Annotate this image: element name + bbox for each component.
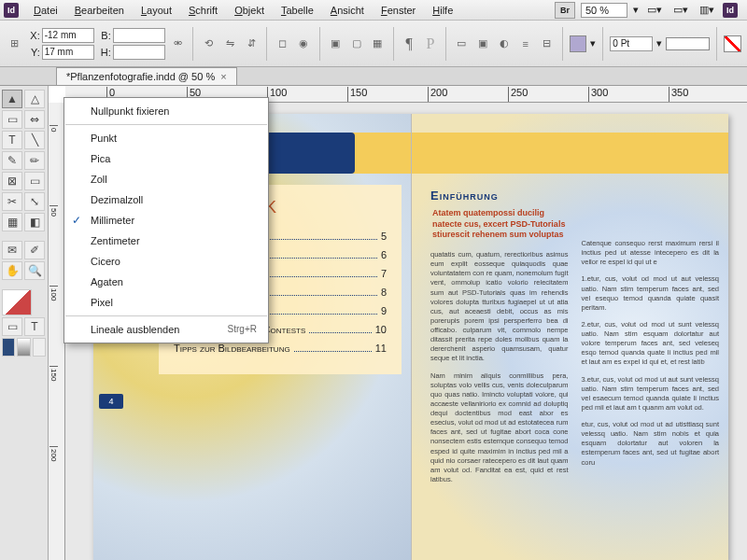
context-menu-item[interactable]: Zentimeter — [64, 231, 268, 251]
context-menu-item[interactable]: Lineale ausblendenStrg+R — [64, 319, 268, 340]
context-menu-item[interactable]: ✓Millimeter — [64, 210, 268, 231]
select-container-icon[interactable]: ◻ — [274, 35, 291, 53]
menu-bearbeiten[interactable]: Bearbeiten — [67, 2, 132, 19]
context-menu-item[interactable]: Pica — [64, 148, 268, 169]
dropdown-icon[interactable]: ▾ — [590, 37, 596, 49]
zoom-tool[interactable]: 🔍 — [24, 261, 45, 280]
doc-tab[interactable]: *Pflanzenfotografie.indd @ 50 % × — [56, 67, 237, 85]
arrange-icon[interactable]: ▥▾ — [697, 2, 717, 19]
pen-tool[interactable]: ✎ — [2, 151, 22, 170]
context-menu-item[interactable]: Punkt — [64, 128, 268, 148]
rect-frame-tool[interactable]: ⊠ — [2, 172, 22, 190]
select-content-icon[interactable]: ◉ — [295, 35, 313, 53]
menu-datei[interactable]: Datei — [26, 2, 65, 19]
body-paragraph: 3.etur, cus, volut od mod ut aut sunt ve… — [582, 375, 720, 413]
context-menu-item[interactable]: Cicero — [64, 251, 268, 272]
selection-tool[interactable]: ▲ — [2, 90, 22, 108]
menu-schrift[interactable]: Schrift — [181, 2, 225, 19]
close-icon[interactable]: × — [220, 71, 226, 82]
w-input[interactable] — [113, 28, 165, 43]
page-tool[interactable]: ▭ — [2, 110, 22, 129]
control-bar: ⊞ X: Y: B: H: ⚮ ⟲ ⇋ ⇵ ◻ ◉ ▣ ▢ ▦ ¶ P ▭ ▣ … — [0, 21, 747, 67]
color-swatch[interactable] — [2, 338, 15, 357]
app-badge-icon: Id — [723, 3, 738, 18]
view-mode-icon[interactable]: ▭▾ — [644, 2, 665, 19]
body-paragraph: Catenque consequo rerst maximum rersi il… — [582, 239, 720, 267]
hand-tool[interactable]: ✋ — [2, 261, 22, 280]
fill-stroke-tool[interactable] — [2, 289, 32, 315]
apply-text-tool[interactable]: T — [24, 317, 45, 336]
direct-select-tool[interactable]: △ — [24, 90, 45, 108]
wrap-shape-icon[interactable]: ◐ — [496, 35, 514, 53]
none-tool[interactable] — [33, 338, 46, 357]
body-paragraph: 2.etur, cus, volut od mod ut sunt veless… — [582, 320, 720, 368]
doc-tab-label: *Pflanzenfotografie.indd @ 50 % — [66, 71, 215, 82]
apply-color-tool[interactable]: ▭ — [2, 317, 22, 336]
flip-h-icon[interactable]: ⇋ — [221, 35, 239, 53]
dropdown-icon[interactable]: ▾ — [656, 37, 662, 49]
x-label: X: — [27, 30, 40, 41]
context-menu-item[interactable]: Agaten — [64, 272, 268, 292]
gap-tool[interactable]: ⇔ — [24, 110, 45, 129]
zoom-level[interactable]: 50 % — [581, 3, 627, 18]
shortcut-label: Strg+R — [228, 324, 257, 334]
menu-layout[interactable]: Layout — [134, 2, 179, 19]
body-paragraph: etur, cus, volut od mod ut ad utisttiasq… — [582, 420, 720, 468]
wrap-none-icon[interactable]: ▭ — [453, 35, 471, 53]
body-paragraph: Nam minim aliquis conmillibus pera, solu… — [430, 371, 569, 485]
rect-tool[interactable]: ▭ — [24, 172, 45, 190]
menu-objekt[interactable]: Objekt — [227, 2, 272, 19]
flip-v-icon[interactable]: ⇵ — [243, 35, 261, 53]
h-label: H: — [98, 47, 111, 58]
menubar: Id Datei Bearbeiten Layout Schrift Objek… — [0, 0, 747, 21]
link-icon[interactable]: ⚮ — [169, 35, 187, 53]
x-input[interactable] — [42, 28, 94, 43]
intro-text: Atatem quatempossi ducilig natecte cus, … — [430, 208, 569, 241]
ref-point-icon[interactable]: ⊞ — [6, 35, 23, 53]
gradient-swatch[interactable] — [17, 338, 30, 357]
wrap-bound-icon[interactable]: ▣ — [474, 35, 492, 53]
page-number-tag: 4 — [99, 394, 123, 409]
fill-frame-icon[interactable]: ▣ — [327, 35, 345, 53]
h-input[interactable] — [113, 45, 165, 60]
transform-tool[interactable]: ⤡ — [24, 192, 45, 211]
y-input[interactable] — [42, 45, 94, 60]
pencil-tool[interactable]: ✏ — [24, 151, 45, 170]
w-label: B: — [98, 30, 111, 41]
page-right[interactable]: Einführung Atatem quatempossi ducilig na… — [411, 114, 728, 560]
none-swatch[interactable] — [724, 35, 741, 52]
menu-hilfe[interactable]: Hilfe — [425, 2, 460, 19]
gradient-tool[interactable]: ◧ — [24, 213, 45, 231]
fill-swatch[interactable] — [570, 35, 587, 52]
stroke-weight-input[interactable] — [610, 36, 653, 51]
wrap-jump-icon[interactable]: ≡ — [516, 35, 534, 53]
type-tool[interactable]: T — [2, 131, 22, 149]
rotate-icon[interactable]: ⟲ — [200, 35, 218, 53]
note-tool[interactable]: ✉ — [2, 241, 22, 259]
scissors-tool[interactable]: ✂ — [2, 192, 22, 211]
line-tool[interactable]: ╲ — [24, 131, 45, 149]
document-tabs: *Pflanzenfotografie.indd @ 50 % × — [0, 67, 747, 86]
body-paragraph: quatatis cum, quatum, rerectioribus asim… — [430, 250, 569, 364]
context-menu-item[interactable]: Dezimalzoll — [64, 189, 268, 210]
context-menu-item[interactable]: Nullpunkt fixieren — [64, 101, 268, 121]
screen-mode-icon[interactable]: ▭▾ — [670, 2, 691, 19]
context-menu-item[interactable]: Zoll — [64, 169, 268, 189]
toc-line: Tipps zur Bildbearbeitung11 — [174, 343, 387, 354]
app-icon: Id — [4, 3, 19, 18]
context-menu-item[interactable]: Pixel — [64, 292, 268, 313]
fit-content-icon[interactable]: ▢ — [347, 35, 365, 53]
char-style-icon[interactable]: P — [421, 35, 439, 53]
menu-tabelle[interactable]: Tabelle — [274, 2, 321, 19]
menu-ansicht[interactable]: Ansicht — [323, 2, 372, 19]
center-icon[interactable]: ▦ — [369, 35, 387, 53]
stroke-style[interactable] — [666, 37, 710, 50]
dropdown-icon[interactable]: ▾ — [633, 4, 639, 16]
ruler-context-menu: Nullpunkt fixierenPunktPicaZollDezimalzo… — [63, 97, 269, 343]
paragraph-icon[interactable]: ¶ — [401, 35, 418, 53]
menu-fenster[interactable]: Fenster — [374, 2, 423, 19]
eyedropper-tool[interactable]: ✐ — [24, 241, 45, 259]
bridge-icon[interactable]: Br — [555, 2, 575, 19]
gradient-swatch-tool[interactable]: ▦ — [2, 213, 22, 231]
wrap-column-icon[interactable]: ⊟ — [538, 35, 556, 53]
